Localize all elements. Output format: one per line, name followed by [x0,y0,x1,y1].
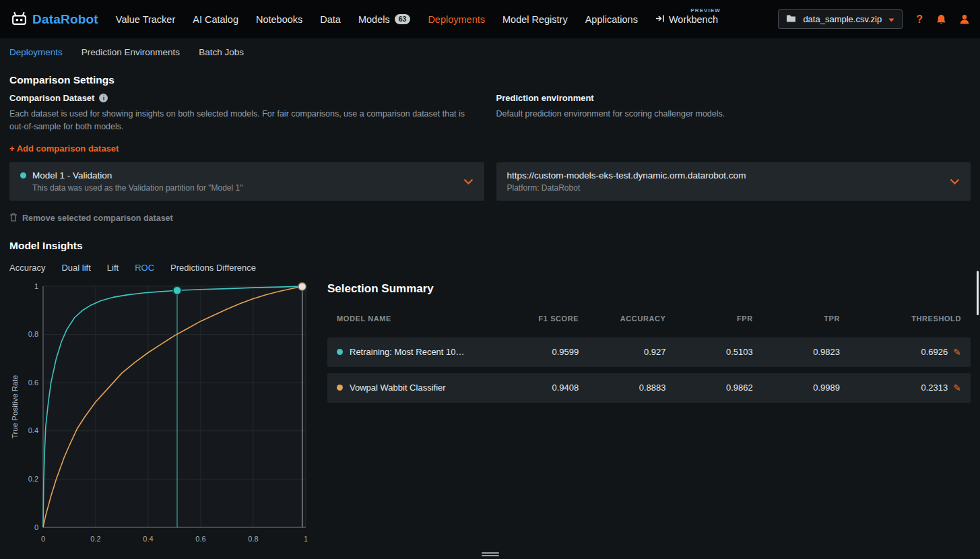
nav-value-tracker[interactable]: Value Tracker [116,14,175,25]
remove-comparison-dataset-label: Remove selected comparison dataset [22,213,173,223]
svg-text:0.6: 0.6 [195,535,205,543]
spacer [496,201,971,224]
tab-prediction-environments[interactable]: Prediction Environments [81,47,180,57]
col-f1-score: F1 SCORE [492,315,579,323]
series-dot [337,385,343,391]
col-threshold: THRESHOLD [840,315,961,323]
dataset-dropdown[interactable]: data_sample.csv.zip [778,9,903,29]
edit-threshold-icon[interactable]: ✎ [953,347,961,358]
comparison-dataset-select-label: Model 1 - Validation [32,170,112,180]
fpr-value: 0.9862 [666,383,753,393]
caret-down-icon [888,14,894,24]
nav-deployments[interactable]: Deployments [428,14,485,25]
nav-workbench-label: Workbench [669,14,718,25]
tab-lift[interactable]: Lift [107,263,119,273]
tab-dual-lift[interactable]: Dual lift [61,263,90,273]
scrollbar-thumb[interactable] [977,271,979,315]
model-insights-tabs: Accuracy Dual lift Lift ROC Predictions … [9,263,971,273]
comparison-dataset-title: Comparison Dataset [9,93,94,103]
workbench-arrow-icon [655,14,665,25]
nav-applications[interactable]: Applications [585,14,638,25]
comparison-dataset-title-row: Comparison Dataset i [9,93,484,103]
comparison-dataset-select-sublabel: This data was used as the Validation par… [32,183,455,193]
f1-score-value: 0.9408 [492,383,579,393]
prediction-environment-description: Default prediction environment for scori… [496,108,958,121]
tab-batch-jobs[interactable]: Batch Jobs [199,47,244,57]
tpr-value: 0.9823 [753,347,840,357]
insights-bottom-row: 00.20.40.60.8100.20.40.60.81True Positiv… [9,278,971,550]
trash-icon [9,213,18,224]
svg-text:0.2: 0.2 [28,474,38,482]
selection-summary-panel: Selection Summary MODEL NAME F1 SCORE AC… [327,278,971,550]
model-name: Vowpal Wabbit Classifier [350,383,446,393]
prediction-environment-select[interactable]: https://custom-models-eks-test.dynamic.o… [496,162,971,201]
prediction-environment-title-row: Prediction environment [496,93,971,103]
deployments-subtabs: Deployments Prediction Environments Batc… [0,38,980,66]
col-fpr: FPR [666,315,753,323]
table-row[interactable]: Retraining: Most Recent 10… 0.9599 0.927… [327,337,971,367]
svg-text:0.8: 0.8 [248,535,258,543]
svg-text:0.8: 0.8 [28,330,38,338]
nav-model-registry[interactable]: Model Registry [502,14,568,25]
models-count-badge: 63 [395,14,411,24]
prediction-environment-select-label: https://custom-models-eks-test.dynamic.o… [507,170,746,180]
user-profile-icon[interactable] [960,14,969,24]
comparison-dataset-head: Comparison Dataset i Each dataset is use… [9,93,484,154]
f1-score-value: 0.9599 [492,347,579,357]
table-row[interactable]: Vowpal Wabbit Classifier 0.9408 0.8883 0… [327,373,971,403]
col-tpr: TPR [753,315,840,323]
comparison-dataset-select-main: Model 1 - Validation This data was used … [20,170,455,193]
comparison-settings-title: Comparison Settings [9,74,971,86]
series-dot [337,349,343,355]
nav-models[interactable]: Models 63 [358,14,410,25]
tab-roc[interactable]: ROC [135,263,154,273]
svg-text:0: 0 [34,523,38,531]
svg-text:1: 1 [304,535,308,543]
table-header-row: MODEL NAME F1 SCORE ACCURACY FPR TPR THR… [327,310,971,327]
chevron-down-icon [463,176,473,187]
info-icon[interactable]: i [99,94,108,102]
prediction-environment-select-main: https://custom-models-eks-test.dynamic.o… [507,170,942,193]
help-button[interactable]: ? [916,13,923,26]
selection-summary-title: Selection Summary [327,282,971,296]
roc-chart[interactable]: 00.20.40.60.8100.20.40.60.81True Positiv… [9,278,314,548]
preview-badge: PREVIEW [690,7,721,13]
col-model-name: MODEL NAME [337,315,492,323]
main-content: Comparison Settings Comparison Dataset i… [0,74,980,550]
datarobot-logo[interactable]: DataRobot [11,11,98,28]
nav-workbench[interactable]: PREVIEW Workbench [655,14,718,25]
roc-chart-container: 00.20.40.60.8100.20.40.60.81True Positiv… [9,278,314,550]
svg-text:0.4: 0.4 [143,535,153,543]
logo-text: DataRobot [32,12,98,27]
nav-data[interactable]: Data [320,14,341,25]
comparison-dataset-description: Each dataset is used for showing insight… [9,108,471,133]
add-comparison-dataset-link[interactable]: + Add comparison dataset [9,143,119,154]
tpr-value: 0.9989 [753,383,840,393]
nav-ai-catalog[interactable]: AI Catalog [193,14,238,25]
prediction-environment-select-sublabel: Platform: DataRobot [507,183,942,193]
tab-accuracy[interactable]: Accuracy [9,263,45,273]
svg-text:1: 1 [34,282,38,290]
threshold-value: 0.2313 [921,383,948,393]
comparison-dataset-select[interactable]: Model 1 - Validation This data was used … [9,162,484,201]
tab-deployments[interactable]: Deployments [9,47,63,57]
tab-predictions-difference[interactable]: Predictions Difference [170,263,256,273]
datarobot-logo-icon [11,11,28,28]
edit-threshold-icon[interactable]: ✎ [953,383,961,393]
model-name: Retraining: Most Recent 10… [350,347,465,357]
top-nav: DataRobot Value Tracker AI Catalog Noteb… [0,0,980,38]
notifications-bell-icon[interactable] [936,14,946,25]
comparison-settings-grid: Comparison Dataset i Each dataset is use… [9,93,971,224]
col-accuracy: ACCURACY [579,315,665,323]
remove-comparison-dataset-button[interactable]: Remove selected comparison dataset [9,213,484,224]
svg-text:0.2: 0.2 [90,535,100,543]
prediction-environment-head: Prediction environment Default predictio… [496,93,971,154]
prediction-environment-title: Prediction environment [496,93,594,103]
selection-summary-table: MODEL NAME F1 SCORE ACCURACY FPR TPR THR… [327,310,971,403]
nav-notebooks[interactable]: Notebooks [256,14,302,25]
primary-nav: Value Tracker AI Catalog Notebooks Data … [116,14,718,25]
panel-resize-handle[interactable] [482,551,499,558]
svg-text:0: 0 [41,535,45,543]
series-dot [20,172,26,178]
model-insights-title: Model Insights [9,240,971,252]
